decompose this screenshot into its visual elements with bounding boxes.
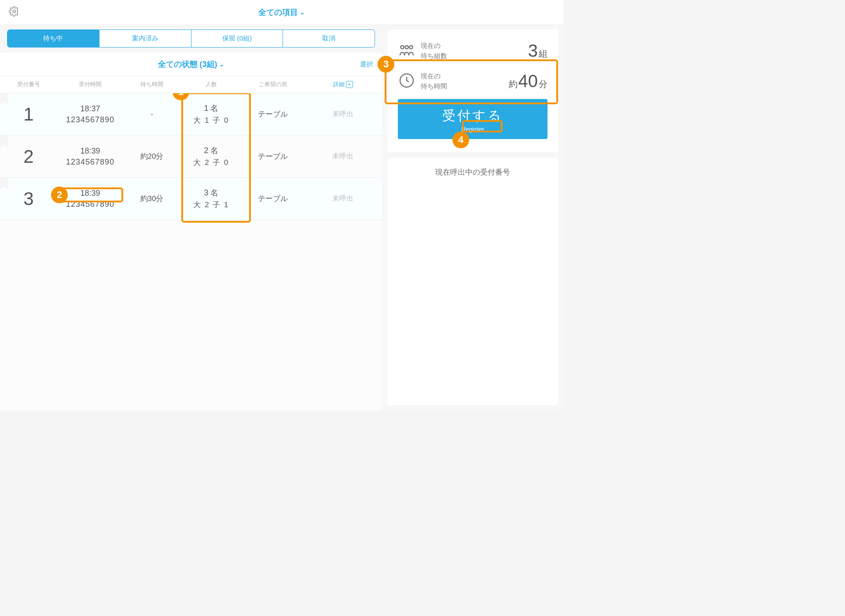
- row-wait: -: [151, 110, 153, 118]
- register-label-en: Register: [398, 126, 547, 133]
- filter-dropdown[interactable]: 全ての状態 (3組) ⌄: [158, 59, 224, 70]
- row-seat: テーブル: [258, 194, 288, 203]
- table-row[interactable]: 1 18:37 1234567890 - 1 名 大 1 子 0 テーブル 未呼…: [0, 93, 382, 136]
- tab-waiting[interactable]: 待ち中: [7, 30, 99, 47]
- filter-label: 全ての状態 (3組): [158, 59, 217, 70]
- row-number: 2: [23, 146, 33, 167]
- register-label-jp: 受付する: [398, 107, 547, 125]
- register-button[interactable]: 受付する Register 4: [398, 99, 547, 139]
- calling-card: 現在呼出中の受付番号: [387, 158, 558, 405]
- bookmark-icon: [0, 136, 8, 147]
- annotation-badge-2: 2: [51, 187, 68, 203]
- row-seat: テーブル: [258, 152, 288, 161]
- stat-group-count: 現在の 待ち組数 3 組: [398, 37, 547, 67]
- chevron-down-icon: ⌄: [219, 61, 224, 68]
- tab-hold[interactable]: 保留 (0組): [191, 30, 283, 47]
- gear-icon[interactable]: [9, 6, 19, 18]
- row-number: 3: [23, 188, 33, 209]
- left-pane: 待ち中 案内済み 保留 (0組) 取消 全ての状態 (3組) ⌄ 選択 受付番号…: [0, 25, 382, 411]
- right-pane: 現在の 待ち組数 3 組: [387, 25, 563, 411]
- chevron-down-icon: ⌄: [300, 9, 305, 16]
- svg-point-1: [400, 45, 404, 48]
- row-people-detail: 大 1 子 0: [180, 115, 242, 125]
- col-number: 受付番号: [0, 81, 57, 88]
- wait-time-value: 40: [518, 71, 538, 91]
- row-status: 未呼出: [332, 110, 353, 117]
- row-phone: 1234567890: [57, 158, 123, 167]
- row-phone: 1234567890: [57, 200, 123, 209]
- row-seat: テーブル: [258, 110, 288, 118]
- col-time: 受付時間: [57, 81, 123, 88]
- row-time: 18:37: [57, 104, 123, 114]
- topbar: 全ての項目 ⌄: [0, 0, 563, 25]
- row-wait: 約30分: [140, 194, 164, 203]
- row-time: 18:39: [57, 147, 123, 156]
- topbar-title-dropdown[interactable]: 全ての項目 ⌄: [258, 7, 305, 18]
- row-people: 3 名: [180, 187, 242, 198]
- table-header: 受付番号 受付時間 待ち時間 人数 ご希望の席 詳細 +: [0, 76, 382, 93]
- bookmark-icon: [0, 93, 8, 105]
- plus-icon: +: [346, 81, 353, 88]
- clock-icon: [398, 72, 421, 91]
- bookmark-icon: [0, 178, 8, 189]
- row-status: 未呼出: [332, 152, 353, 160]
- row-people-detail: 大 2 子 1: [180, 200, 242, 210]
- row-people-detail: 大 2 子 0: [180, 158, 242, 168]
- table-row[interactable]: 2 18:39 1234567890 約20分 2 名 大 2 子 0 テーブル…: [0, 136, 382, 178]
- stats-card: 現在の 待ち組数 3 組: [387, 29, 558, 152]
- filter-row: 全ての状態 (3組) ⌄ 選択: [0, 53, 382, 76]
- tab-cancel[interactable]: 取消: [283, 30, 375, 47]
- col-seat: ご希望の席: [242, 81, 304, 88]
- waiting-list: 1 18:37 1234567890 - 1 名 大 1 子 0 テーブル 未呼…: [0, 93, 382, 411]
- calling-title: 現在呼出中の受付番号: [398, 167, 547, 177]
- group-count-value: 3: [528, 41, 538, 61]
- row-people: 2 名: [180, 145, 242, 156]
- svg-point-0: [13, 10, 15, 13]
- svg-point-2: [405, 45, 408, 48]
- row-people: 1 名: [180, 103, 242, 114]
- col-detail: 詳細 +: [304, 81, 382, 88]
- status-tabs: 待ち中 案内済み 保留 (0組) 取消: [7, 29, 375, 48]
- row-number: 1: [23, 104, 33, 125]
- annotation-badge-3: 3: [378, 56, 394, 73]
- stat-wait-time: 現在の 待ち時間 約 40 分: [398, 67, 547, 97]
- annotation-badge-4: 4: [452, 132, 469, 148]
- tab-guided[interactable]: 案内済み: [99, 30, 191, 47]
- svg-point-3: [409, 45, 412, 48]
- topbar-title-label: 全ての項目: [258, 7, 298, 18]
- people-group-icon: [398, 41, 421, 61]
- detail-toggle[interactable]: 詳細 +: [333, 81, 353, 88]
- row-wait: 約20分: [140, 152, 164, 161]
- col-people: 人数: [180, 81, 242, 88]
- row-status: 未呼出: [332, 194, 353, 202]
- select-button[interactable]: 選択: [360, 60, 373, 69]
- row-phone: 1234567890: [57, 115, 123, 125]
- col-wait: 待ち時間: [123, 81, 180, 88]
